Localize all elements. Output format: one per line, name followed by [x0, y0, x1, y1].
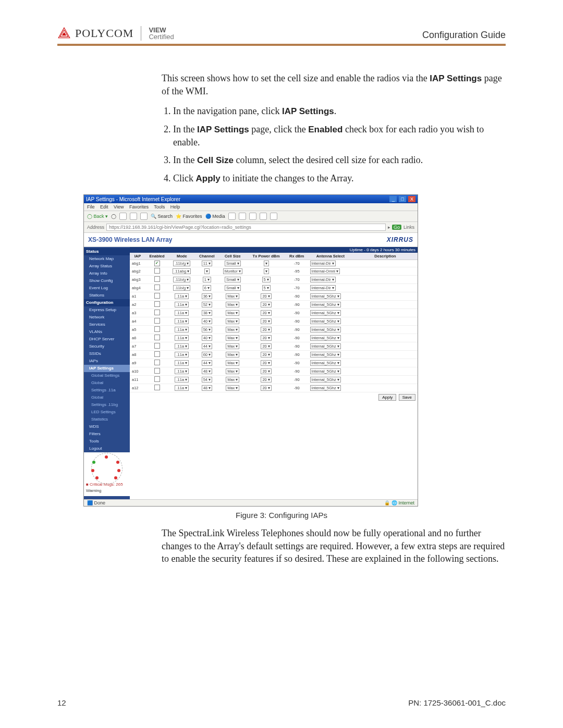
nav-global-settings[interactable]: Global Settings	[84, 372, 130, 379]
cell-mode[interactable]: .11b/g ▾	[168, 284, 195, 292]
cell-antenna[interactable]: Internal_5Ghz ▾	[308, 351, 353, 359]
cell-channel[interactable]: 38 ▾	[195, 309, 218, 317]
cell-txpower[interactable]: 20 ▾	[247, 326, 286, 334]
discuss-icon[interactable]	[270, 213, 277, 220]
edit-icon[interactable]	[260, 213, 267, 220]
cell-enabled[interactable]	[145, 384, 168, 392]
cell-txpower[interactable]: 20 ▾	[247, 384, 286, 392]
cell-cellsize[interactable]: Small ▾	[218, 260, 247, 267]
nav-network-map[interactable]: Network Map	[84, 255, 130, 263]
cell-channel[interactable]: 52 ▾	[195, 301, 218, 309]
media-button[interactable]: 🔵 Media	[205, 214, 225, 219]
cell-description[interactable]	[353, 309, 418, 317]
cell-antenna[interactable]: Internal_5Ghz ▾	[308, 376, 353, 384]
cell-channel[interactable]: 44 ▾	[195, 359, 218, 367]
favorites-button[interactable]: ⭐ Favorites	[176, 214, 202, 219]
cell-mode[interactable]: .11abg ▾	[168, 267, 195, 276]
close-button[interactable]: X	[408, 196, 415, 202]
cell-txpower[interactable]: 20 ▾	[247, 376, 286, 384]
cell-mode[interactable]: .11b/g ▾	[168, 276, 195, 284]
cell-channel[interactable]: 54 ▾	[195, 376, 218, 384]
cell-antenna[interactable]: Internal-Dir ▾	[308, 276, 353, 284]
window-titlebar[interactable]: IAP Settings - Microsoft Internet Explor…	[84, 195, 418, 203]
cell-enabled[interactable]	[145, 334, 168, 342]
cell-txpower[interactable]: 5 ▾	[247, 276, 286, 284]
cell-mode[interactable]: .11a ▾	[168, 309, 195, 317]
cell-antenna[interactable]: Internal_5Ghz ▾	[308, 309, 353, 317]
cell-antenna[interactable]: Internal_5Ghz ▾	[308, 342, 353, 351]
go-button[interactable]: ▸ Go	[388, 225, 401, 230]
nav-settings-11a[interactable]: Settings .11a	[84, 387, 130, 394]
cell-channel[interactable]: 6 ▾	[195, 284, 218, 292]
cell-txpower[interactable]: 5 ▾	[247, 284, 286, 292]
save-button[interactable]: Save	[399, 394, 415, 401]
cell-description[interactable]	[353, 384, 418, 392]
cell-description[interactable]	[353, 367, 418, 376]
cell-channel[interactable]: 48 ▾	[195, 384, 218, 392]
nav-logout[interactable]: Logout	[84, 445, 130, 452]
cell-txpower[interactable]: 20 ▾	[247, 351, 286, 359]
refresh-icon[interactable]	[130, 213, 137, 220]
cell-antenna[interactable]: Internal_5Ghz ▾	[308, 292, 353, 301]
print-icon[interactable]	[249, 213, 256, 220]
cell-cellsize[interactable]: Max ▾	[218, 342, 247, 351]
cell-enabled[interactable]	[145, 267, 168, 276]
nav-statistics[interactable]: Statistics	[84, 416, 130, 423]
cell-enabled[interactable]	[145, 367, 168, 376]
cell-mode[interactable]: .11a ▾	[168, 376, 195, 384]
nav-express-setup[interactable]: Express Setup	[84, 306, 130, 314]
cell-cellsize[interactable]: Max ▾	[218, 384, 247, 392]
cell-description[interactable]	[353, 342, 418, 351]
cell-enabled[interactable]	[145, 260, 168, 267]
cell-antenna[interactable]: Internal_5Ghz ▾	[308, 326, 353, 334]
cell-cellsize[interactable]: Max ▾	[218, 351, 247, 359]
cell-txpower[interactable]: 20 ▾	[247, 317, 286, 326]
cell-description[interactable]	[353, 292, 418, 301]
nav-event-log[interactable]: Event Log	[84, 285, 130, 292]
cell-mode[interactable]: .11b/g ▾	[168, 260, 195, 267]
cell-mode[interactable]: .11a ▾	[168, 292, 195, 301]
cell-txpower[interactable]: ▾	[247, 267, 286, 276]
cell-txpower[interactable]: 20 ▾	[247, 292, 286, 301]
nav-wds[interactable]: WDS	[84, 423, 130, 430]
menu-favorites[interactable]: Favorites	[129, 204, 149, 209]
cell-mode[interactable]: .11a ▾	[168, 367, 195, 376]
menu-tools[interactable]: Tools	[154, 204, 165, 209]
cell-cellsize[interactable]: Max ▾	[218, 326, 247, 334]
cell-txpower[interactable]: ▾	[247, 260, 286, 267]
cell-enabled[interactable]	[145, 317, 168, 326]
cell-cellsize[interactable]: Small ▾	[218, 276, 247, 284]
nav-ssids[interactable]: SSIDs	[84, 350, 130, 357]
cell-description[interactable]	[353, 334, 418, 342]
nav-led-settings[interactable]: LED Settings	[84, 409, 130, 416]
cell-txpower[interactable]: 20 ▾	[247, 301, 286, 309]
cell-channel[interactable]: 48 ▾	[195, 367, 218, 376]
cell-description[interactable]	[353, 260, 418, 267]
menu-view[interactable]: View	[114, 204, 124, 209]
nav-global2[interactable]: Global	[84, 394, 130, 401]
nav-global[interactable]: Global	[84, 379, 130, 387]
cell-cellsize[interactable]: Max ▾	[218, 376, 247, 384]
nav-dhcp[interactable]: DHCP Server	[84, 336, 130, 343]
menu-help[interactable]: Help	[170, 204, 180, 209]
cell-enabled[interactable]	[145, 326, 168, 334]
cell-description[interactable]	[353, 359, 418, 367]
cell-enabled[interactable]	[145, 351, 168, 359]
cell-description[interactable]	[353, 301, 418, 309]
search-button[interactable]: 🔍 Search	[151, 214, 173, 219]
cell-cellsize[interactable]: Max ▾	[218, 309, 247, 317]
nav-show-config[interactable]: Show Config	[84, 277, 130, 285]
cell-cellsize[interactable]: Small ▾	[218, 284, 247, 292]
cell-cellsize[interactable]: Max ▾	[218, 317, 247, 326]
cell-enabled[interactable]	[145, 342, 168, 351]
nav-network[interactable]: Network	[84, 314, 130, 321]
cell-antenna[interactable]: Internal-Omni ▾	[308, 267, 353, 276]
cell-mode[interactable]: .11a ▾	[168, 342, 195, 351]
cell-mode[interactable]: .11a ▾	[168, 326, 195, 334]
cell-mode[interactable]: .11a ▾	[168, 301, 195, 309]
cell-description[interactable]	[353, 317, 418, 326]
nav-iap-settings[interactable]: IAP Settings	[84, 365, 130, 372]
cell-antenna[interactable]: Internal_5Ghz ▾	[308, 317, 353, 326]
cell-mode[interactable]: .11a ▾	[168, 384, 195, 392]
cell-enabled[interactable]	[145, 284, 168, 292]
